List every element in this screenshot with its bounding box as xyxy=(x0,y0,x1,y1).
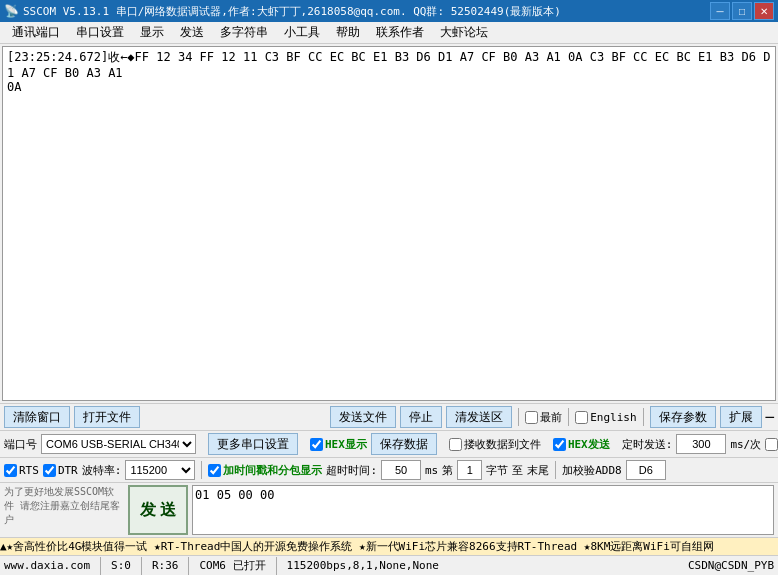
byte-label: 字节 xyxy=(486,463,508,478)
dtr-checkbox[interactable] xyxy=(43,464,56,477)
checksum-label: 加校验ADD8 xyxy=(562,463,622,478)
timeout-label: 超时时间: xyxy=(326,463,377,478)
status-div2 xyxy=(141,557,142,575)
timed-send-label: 定时发送: xyxy=(622,437,673,452)
title-controls: ─ □ ✕ xyxy=(710,2,774,20)
dtr-checkbox-label[interactable]: DTR xyxy=(43,464,78,477)
recv-file-checkbox-label[interactable]: 搂收数据到文件 xyxy=(449,437,541,452)
main-area: [23:25:24.672]收←◆FF 12 34 FF 12 11 C3 BF… xyxy=(0,44,778,575)
collapse-icon[interactable]: ─ xyxy=(766,409,774,425)
control-row2: 端口号 COM6 USB-SERIAL CH340 更多串口设置 HEX显示 保… xyxy=(0,431,778,458)
control-row4: 为了更好地发展SSCOM软件 请您注册嘉立创结尾客户 发 送 01 05 00 … xyxy=(0,483,778,537)
recv-file-checkbox[interactable] xyxy=(449,438,462,451)
rotate-checkbox[interactable] xyxy=(765,438,778,451)
port-info-status: COM6 已打开 xyxy=(199,558,265,573)
send-input-area: 01 05 00 00 xyxy=(192,485,774,535)
menu-bar: 通讯端口串口设置显示发送多字符串小工具帮助联系作者大虾论坛 xyxy=(0,22,778,44)
divider9 xyxy=(201,461,202,479)
timed-unit-label: ms/次 xyxy=(730,437,761,452)
baud-select[interactable]: 115200 9600 19200 38400 57600 xyxy=(125,460,195,480)
send-button[interactable]: 发 送 xyxy=(128,485,188,535)
close-button[interactable]: ✕ xyxy=(754,2,774,20)
menu-item-串口设置[interactable]: 串口设置 xyxy=(68,22,132,43)
minimize-button[interactable]: ─ xyxy=(710,2,730,20)
page-label: 第 xyxy=(442,463,453,478)
status-div1 xyxy=(100,557,101,575)
english-checkbox-label[interactable]: English xyxy=(575,411,636,424)
dtr-label: DTR xyxy=(58,464,78,477)
maximize-button[interactable]: □ xyxy=(732,2,752,20)
page-input[interactable] xyxy=(457,460,482,480)
menu-item-帮助[interactable]: 帮助 xyxy=(328,22,368,43)
last-label: 最前 xyxy=(540,410,562,425)
expand-button[interactable]: 扩展 xyxy=(720,406,762,428)
hex-send-checkbox[interactable] xyxy=(553,438,566,451)
hex-display-checkbox[interactable] xyxy=(310,438,323,451)
save-params-button[interactable]: 保存参数 xyxy=(650,406,716,428)
bottom-area: 清除窗口 打开文件 发送文件 停止 清发送区 最前 English 保存参数 扩… xyxy=(0,403,778,575)
more-settings-button[interactable]: 更多串口设置 xyxy=(208,433,298,455)
english-label: English xyxy=(590,411,636,424)
stop-button[interactable]: 停止 xyxy=(400,406,442,428)
send-button-area: 发 送 xyxy=(128,485,188,535)
divider2 xyxy=(568,408,569,426)
promo-text: 为了更好地发展SSCOM软件 请您注册嘉立创结尾客户 xyxy=(4,485,124,535)
clear-send-zone-button[interactable]: 清发送区 xyxy=(446,406,512,428)
menu-item-小工具[interactable]: 小工具 xyxy=(276,22,328,43)
hex-send-checkbox-label[interactable]: HEX发送 xyxy=(553,437,610,452)
divider3 xyxy=(643,408,644,426)
rts-checkbox-label[interactable]: RTS xyxy=(4,464,39,477)
menu-item-发送[interactable]: 发送 xyxy=(172,22,212,43)
title-bar-left: 📡 SSCOM V5.13.1 串口/网络数据调试器,作者:大虾丁丁,26180… xyxy=(4,4,561,19)
port-select[interactable]: COM6 USB-SERIAL CH340 xyxy=(41,434,196,454)
terminal-output: [23:25:24.672]收←◆FF 12 34 FF 12 11 C3 BF… xyxy=(2,46,776,401)
toolbar-row1: 清除窗口 打开文件 发送文件 停止 清发送区 最前 English 保存参数 扩… xyxy=(0,404,778,431)
status-div3 xyxy=(188,557,189,575)
checksum-input[interactable] xyxy=(626,460,666,480)
menu-item-联系作者[interactable]: 联系作者 xyxy=(368,22,432,43)
status-div4 xyxy=(276,557,277,575)
divider10 xyxy=(555,461,556,479)
english-checkbox[interactable] xyxy=(575,411,588,424)
status-bar: www.daxia.com S:0 R:36 COM6 已打开 115200bp… xyxy=(0,555,778,575)
menu-item-多字符串[interactable]: 多字符串 xyxy=(212,22,276,43)
hex-display-label: HEX显示 xyxy=(325,437,367,452)
app-icon: 📡 xyxy=(4,4,19,18)
ticker-bar: ▲★舍高性价比4G模块值得一试 ★RT-Thread中国人的开源免费操作系统 ★… xyxy=(0,537,778,555)
ticker-text: ▲★舍高性价比4G模块值得一试 ★RT-Thread中国人的开源免费操作系统 ★… xyxy=(0,539,714,554)
rts-label: RTS xyxy=(19,464,39,477)
r-count-status: R:36 xyxy=(152,559,179,572)
clear-window-button[interactable]: 清除窗口 xyxy=(4,406,70,428)
last-checkbox-label[interactable]: 最前 xyxy=(525,410,562,425)
csdn-label-status: CSDN@CSDN_PYB xyxy=(688,559,774,572)
send-file-button[interactable]: 发送文件 xyxy=(330,406,396,428)
timestamp-checkbox[interactable] xyxy=(208,464,221,477)
hex-send-label: HEX发送 xyxy=(568,437,610,452)
timeout-input[interactable] xyxy=(381,460,421,480)
send-text-input[interactable]: 01 05 00 00 xyxy=(192,485,774,535)
menu-item-大虾论坛[interactable]: 大虾论坛 xyxy=(432,22,496,43)
menu-item-显示[interactable]: 显示 xyxy=(132,22,172,43)
last-checkbox[interactable] xyxy=(525,411,538,424)
timestamp-label: 加时间戳和分包显示 xyxy=(223,463,322,478)
divider1 xyxy=(518,408,519,426)
baud-info-status: 115200bps,8,1,None,None xyxy=(287,559,439,572)
s-count-status: S:0 xyxy=(111,559,131,572)
rotate-checkbox-label[interactable]: 加回车换行 xyxy=(765,437,778,452)
save-data-button[interactable]: 保存数据 xyxy=(371,433,437,455)
timestamp-checkbox-label[interactable]: 加时间戳和分包显示 xyxy=(208,463,322,478)
promo-content: 为了更好地发展SSCOM软件 请您注册嘉立创结尾客户 xyxy=(4,486,120,525)
end-label: 末尾 xyxy=(527,463,549,478)
rts-checkbox[interactable] xyxy=(4,464,17,477)
hex-display-checkbox-label[interactable]: HEX显示 xyxy=(310,437,367,452)
website-status: www.daxia.com xyxy=(4,559,90,572)
to-label: 至 xyxy=(512,463,523,478)
recv-file-label: 搂收数据到文件 xyxy=(464,437,541,452)
baud-label: 波特率: xyxy=(82,463,122,478)
open-file-button[interactable]: 打开文件 xyxy=(74,406,140,428)
control-row3: RTS DTR 波特率: 115200 9600 19200 38400 576… xyxy=(0,458,778,483)
timed-interval-input[interactable] xyxy=(676,434,726,454)
app-title: SSCOM V5.13.1 串口/网络数据调试器,作者:大虾丁丁,2618058… xyxy=(23,4,561,19)
title-bar: 📡 SSCOM V5.13.1 串口/网络数据调试器,作者:大虾丁丁,26180… xyxy=(0,0,778,22)
menu-item-通讯端口[interactable]: 通讯端口 xyxy=(4,22,68,43)
